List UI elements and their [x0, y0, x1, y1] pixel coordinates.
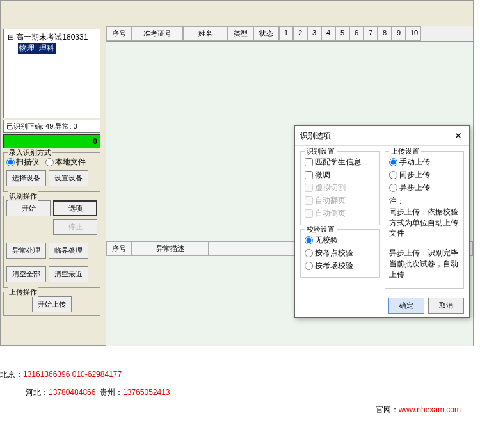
upload-note: 注： 同步上传：依据校验方式为单位自动上传文件 异步上传：识别完毕当前批次试卷，…	[389, 196, 460, 280]
dialog-title-text: 识别选项	[300, 131, 331, 141]
cancel-button[interactable]: 取消	[428, 298, 464, 314]
upload-settings-group: 上传设置 手动上传 同步上传 异步上传 注： 同步上传：依据校验方式为单位自动上…	[385, 151, 464, 289]
counter-display: 0	[3, 134, 100, 148]
col-state[interactable]: 状态	[253, 26, 279, 41]
scanner-radio[interactable]: 扫描仪	[6, 157, 39, 168]
col-type[interactable]: 类型	[228, 26, 253, 41]
upload-legend: 上传设置	[389, 147, 421, 156]
col2-error[interactable]: 异常描述	[132, 241, 209, 256]
auto-reverse-checkbox: 自动倒页	[305, 208, 375, 219]
boundary-button[interactable]: 临界处理	[49, 243, 88, 259]
tree-child-selected[interactable]: 物理_理科	[18, 43, 56, 54]
col-6[interactable]: 6	[349, 26, 364, 41]
close-icon[interactable]: ✕	[452, 130, 464, 141]
start-upload-button[interactable]: 开始上传	[32, 296, 72, 312]
options-button[interactable]: 选项	[53, 200, 97, 216]
rec-ops-legend: 识别操作	[8, 191, 38, 201]
verify-point-radio[interactable]: 按考点校验	[305, 248, 375, 259]
upload-ops-legend: 上传操作	[8, 287, 38, 297]
contact-info: 北京：13161366396 010-62984177 河北：137804848…	[0, 368, 480, 421]
rec-settings-legend: 识别设置	[305, 147, 337, 156]
verify-none-radio[interactable]: 无校验	[305, 235, 375, 246]
recognition-status: 已识别正确: 49,异常: 0	[3, 120, 100, 133]
exception-button[interactable]: 异常处理	[6, 243, 46, 259]
col-seq[interactable]: 序号	[106, 26, 132, 41]
sync-upload-radio[interactable]: 同步上传	[389, 170, 460, 180]
recognition-settings-group: 识别设置 匹配学生信息 微调 虚拟切割 自动翻页 自动倒页	[300, 151, 380, 225]
input-mode-group: 录入识别方式 扫描仪 本地文件 选择设备 设置设备	[3, 152, 100, 192]
exam-tree[interactable]: ⊟ 高一期末考试180331 物理_理科	[3, 29, 100, 118]
col-3[interactable]: 3	[307, 26, 321, 41]
options-dialog: 识别选项 ✕ 识别设置 匹配学生信息 微调 虚拟切割 自动翻页 自动倒页 校验设…	[294, 125, 470, 318]
col-10[interactable]: 10	[406, 26, 421, 41]
verify-room-radio[interactable]: 按考场校验	[305, 260, 375, 271]
verify-settings-group: 校验设置 无校验 按考点校验 按考场校验	[300, 229, 380, 278]
virtual-cut-checkbox: 虚拟切割	[305, 182, 375, 193]
async-upload-radio[interactable]: 异步上传	[389, 182, 460, 193]
fine-tune-checkbox[interactable]: 微调	[305, 170, 375, 180]
col-5[interactable]: 5	[335, 26, 349, 41]
stop-button: 停止	[53, 219, 97, 235]
upload-ops-group: 上传操作 开始上传	[3, 292, 100, 316]
col-8[interactable]: 8	[378, 26, 392, 41]
set-device-button[interactable]: 设置设备	[49, 170, 88, 186]
top-table-header: 序号 准考证号 姓名 类型 状态 1 2 3 4 5 6 7 8 9 10	[106, 26, 473, 42]
col2-seq[interactable]: 序号	[106, 241, 132, 256]
col-2[interactable]: 2	[293, 26, 307, 41]
verify-legend: 校验设置	[305, 225, 337, 234]
local-file-radio[interactable]: 本地文件	[45, 157, 86, 168]
clear-recent-button[interactable]: 清空最近	[49, 266, 88, 282]
match-student-checkbox[interactable]: 匹配学生信息	[305, 157, 375, 168]
col-9[interactable]: 9	[392, 26, 406, 41]
auto-flip-checkbox: 自动翻页	[305, 195, 375, 206]
start-button[interactable]: 开始	[6, 200, 51, 216]
manual-upload-radio[interactable]: 手动上传	[389, 157, 460, 168]
col-7[interactable]: 7	[364, 26, 378, 41]
left-panel: ⊟ 高一期末考试180331 物理_理科 已识别正确: 49,异常: 0 0 录…	[1, 26, 103, 346]
recognition-ops-group: 识别操作 开始 选项 停止 异常处理 临界处理 清空全部 清空最近	[3, 196, 100, 288]
clear-all-button[interactable]: 清空全部	[6, 266, 46, 282]
input-mode-legend: 录入识别方式	[8, 148, 52, 157]
col-1[interactable]: 1	[279, 26, 293, 41]
col-4[interactable]: 4	[321, 26, 335, 41]
col-ticket[interactable]: 准考证号	[132, 26, 183, 41]
ok-button[interactable]: 确定	[388, 298, 424, 314]
dialog-titlebar[interactable]: 识别选项 ✕	[295, 126, 469, 146]
col-name[interactable]: 姓名	[183, 26, 228, 41]
tree-root[interactable]: ⊟ 高一期末考试180331	[6, 32, 97, 43]
select-device-button[interactable]: 选择设备	[6, 170, 46, 186]
